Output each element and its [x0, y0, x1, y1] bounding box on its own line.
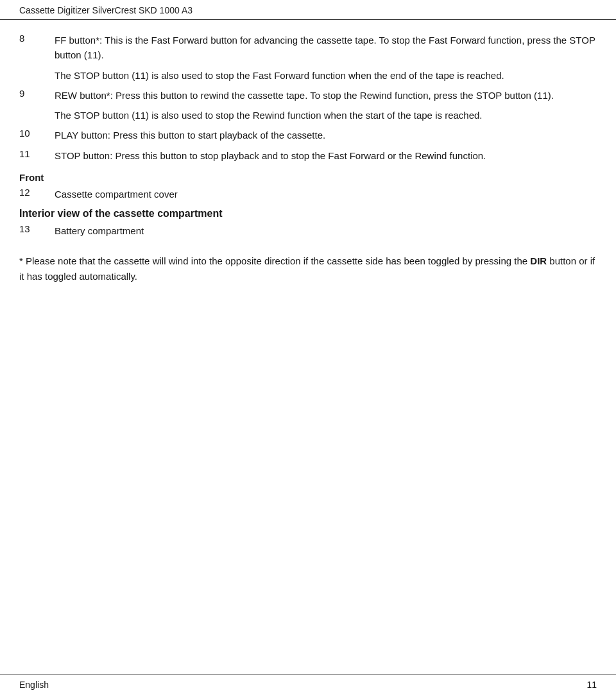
list-item-12: 12 Cassette compartment cover	[19, 187, 597, 202]
note-section: * Please note that the cassette will win…	[19, 253, 597, 284]
item-text-12: Cassette compartment cover	[55, 187, 597, 202]
list-item-13: 13 Battery compartment	[19, 223, 597, 238]
item-continuation-8: The STOP button (11) is also used to sto…	[55, 68, 597, 83]
item-continuation-9: The STOP button (11) is also used to sto…	[55, 108, 597, 123]
item-number-12: 12	[19, 187, 55, 198]
item-number-8: 8	[19, 33, 55, 44]
list-item-8: 8 FF button*: This is the Fast Forward b…	[19, 33, 597, 63]
item-text-10: PLAY button: Press this button to start …	[55, 128, 597, 142]
item-number-10: 10	[19, 128, 55, 139]
page-header-title: Cassette Digitizer SilverCrest SKD 1000 …	[19, 5, 193, 15]
item-number-9: 9	[19, 88, 55, 99]
list-item-11: 11 STOP button: Press this button to sto…	[19, 148, 597, 163]
page-footer: English 11	[0, 674, 616, 695]
front-section-heading: Front	[19, 172, 597, 183]
main-content: 8 FF button*: This is the Fast Forward b…	[0, 20, 616, 336]
footer-page-number: 11	[586, 680, 597, 690]
note-bold-text: DIR	[530, 255, 547, 266]
page-container: Cassette Digitizer SilverCrest SKD 1000 …	[0, 0, 616, 695]
interior-section-heading: Interior view of the cassette compartmen…	[19, 208, 597, 219]
item-number-13: 13	[19, 223, 55, 234]
item-text-11: STOP button: Press this button to stop p…	[55, 148, 597, 163]
item-text-8: FF button*: This is the Fast Forward but…	[55, 33, 597, 63]
item-text-13: Battery compartment	[55, 223, 597, 238]
list-item-9: 9 REW button*: Press this button to rewi…	[19, 88, 597, 103]
footer-language: English	[19, 680, 49, 690]
item-text-9: REW button*: Press this button to rewind…	[55, 88, 597, 103]
page-header: Cassette Digitizer SilverCrest SKD 1000 …	[0, 0, 616, 20]
item-number-11: 11	[19, 148, 55, 159]
list-item-10: 10 PLAY button: Press this button to sta…	[19, 128, 597, 142]
note-text-before: * Please note that the cassette will win…	[19, 255, 530, 266]
